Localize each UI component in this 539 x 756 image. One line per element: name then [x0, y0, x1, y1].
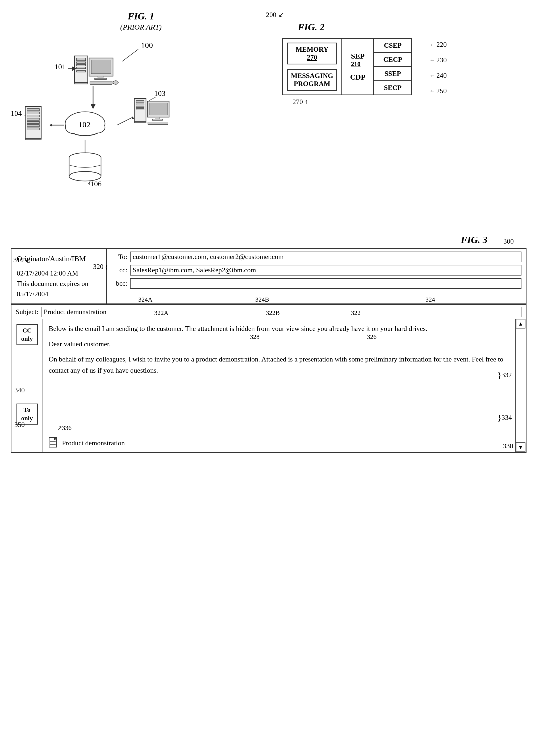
svg-rect-5 [77, 64, 86, 66]
subject-input[interactable]: Product demonstration [41, 307, 521, 317]
fig3-title: FIG. 3 [461, 234, 488, 245]
svg-marker-32 [132, 116, 134, 119]
svg-point-26 [90, 122, 105, 133]
scrollbar[interactable]: ▲ ▼ [515, 319, 526, 452]
sep-label: SEP 210 [351, 52, 364, 68]
anno-340: 340 [14, 386, 25, 394]
anno-310: 310 ↙ [13, 256, 30, 264]
svg-rect-54 [27, 125, 39, 127]
anno-326: 326 [367, 333, 376, 340]
fig2-right-col: CSEP CECP SSEP SECP [374, 39, 411, 94]
cecp-label: CECP [374, 53, 411, 67]
svg-marker-19 [92, 106, 94, 109]
scroll-down-button[interactable]: ▼ [516, 442, 525, 452]
svg-rect-8 [74, 82, 88, 84]
cc-input[interactable]: SalesRep1@ibm.com, SalesRep2@ibm.com [130, 265, 521, 275]
fig2-label-220: ← 220 [429, 41, 447, 49]
memory-num: 270 [291, 53, 333, 61]
anno-328: 328 [250, 333, 260, 340]
svg-rect-51 [27, 115, 39, 117]
cc-only-tag: CC only [17, 324, 38, 345]
svg-text:104: 104 [11, 109, 22, 117]
to-label: To: [112, 253, 127, 261]
attachment-icon [49, 437, 59, 449]
email-body-content: Below is the email I am sending to the c… [43, 319, 515, 452]
svg-rect-38 [136, 106, 144, 108]
svg-rect-56 [25, 139, 41, 140]
svg-text:100: 100 [141, 41, 153, 49]
fig1-subtitle: (PRIOR ART) [32, 23, 250, 32]
anno-322B: 322B [266, 309, 280, 317]
memory-label: MEMORY [291, 46, 333, 53]
fig2-label-240: ← 240 [429, 72, 447, 80]
fig1-diagram: 100 101 [11, 35, 250, 221]
svg-rect-4 [77, 62, 86, 63]
svg-rect-44 [152, 119, 163, 120]
bcc-label: bcc: [112, 279, 127, 288]
bcc-input[interactable] [130, 278, 521, 289]
svg-rect-55 [27, 128, 39, 130]
svg-rect-45 [148, 122, 168, 125]
subject-label: Subject: [16, 308, 38, 316]
page: FIG. 1 (PRIOR ART) 100 [0, 0, 539, 756]
fig2-label-200: 200 [266, 11, 276, 19]
scroll-up-button[interactable]: ▲ [516, 319, 525, 329]
anno-332: } 332 [498, 371, 512, 380]
svg-rect-7 [77, 70, 86, 72]
svg-rect-43 [155, 117, 160, 119]
body-para2: On behalf of my colleagues, I wish to in… [49, 354, 510, 376]
expiry-text: This document expires on [17, 278, 101, 289]
to-field-row: To: customer1@customer.com, customer2@cu… [112, 251, 521, 262]
svg-rect-3 [77, 58, 86, 61]
ssep-label: SSEP [374, 67, 411, 81]
fig2-label-250: ← 250 [429, 87, 447, 95]
body-dear: Dear valued customer, [49, 338, 510, 350]
fig2-memory-box: MEMORY 270 [287, 43, 337, 64]
body-para1: Below is the email I am sending to the c… [49, 323, 510, 334]
anno-324: 324 [425, 296, 435, 303]
fig2-mid-col: SEP 210 CDP [342, 39, 374, 94]
fig1-title: FIG. 1 [32, 11, 250, 22]
svg-rect-68 [49, 438, 57, 447]
fig2-left-col: MEMORY 270 MESSAGING PROGRAM [283, 39, 342, 94]
fig2-label-270-bottom: 270 ↑ [292, 98, 308, 106]
svg-point-14 [113, 81, 118, 84]
anno-320: 320 { [93, 263, 108, 271]
svg-rect-13 [90, 81, 112, 84]
svg-rect-50 [27, 112, 39, 114]
anno-330: 330 [503, 442, 513, 450]
cc-label: cc: [112, 266, 127, 274]
fig1-area: FIG. 1 (PRIOR ART) 100 [11, 11, 250, 218]
svg-line-47 [149, 97, 156, 101]
to-input[interactable]: customer1@customer.com, customer2@custom… [130, 251, 521, 262]
svg-rect-49 [27, 109, 39, 111]
cdp-label: CDP [350, 73, 366, 81]
anno-324A: 324A [138, 296, 152, 303]
attachment-row: Product demonstration [49, 437, 125, 449]
cc-field-row: cc: SalesRep1@ibm.com, SalesRep2@ibm.com [112, 265, 521, 275]
email-body-section: CC only To only Below is the email I am … [11, 319, 526, 452]
svg-rect-39 [136, 109, 144, 110]
fig3-area: FIG. 3 300 Originator/Austin/IBM 02/17/2… [11, 234, 526, 453]
secp-label: SECP [374, 81, 411, 94]
csep-label: CSEP [374, 39, 411, 53]
svg-rect-11 [98, 76, 103, 78]
svg-rect-37 [136, 104, 144, 105]
anno-336: ↗336 [57, 424, 72, 431]
svg-rect-52 [27, 118, 39, 120]
anno-334: } 334 [498, 413, 512, 422]
svg-line-31 [117, 117, 133, 125]
svg-rect-40 [134, 121, 146, 123]
messaging-program-label: PROGRAM [291, 80, 333, 88]
fig2-area: 200 ↙ FIG. 2 MEMORY 270 MESSAGING PROGRA… [266, 11, 529, 95]
anno-322: 322 [351, 309, 360, 317]
bcc-field-row: bcc: [112, 278, 521, 289]
email-compose: Originator/Austin/IBM 02/17/2004 12:00 A… [11, 248, 526, 453]
svg-rect-12 [95, 78, 106, 80]
email-left-tags: CC only To only [11, 319, 43, 452]
date-text: 02/17/2004 12:00 AM [17, 268, 101, 278]
svg-rect-36 [136, 101, 144, 103]
fig2-label-230: ← 230 [429, 56, 447, 64]
svg-rect-42 [149, 103, 167, 115]
fig3-label-300: 300 [503, 237, 514, 245]
